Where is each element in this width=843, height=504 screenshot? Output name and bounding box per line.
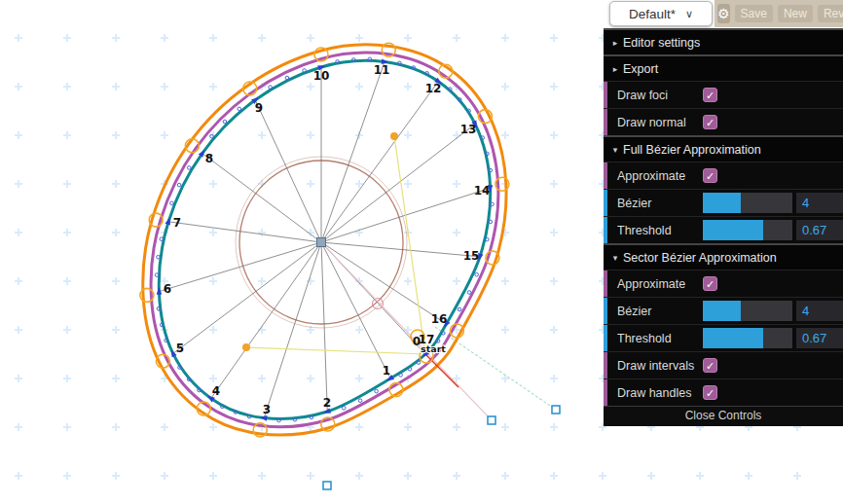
slider-track[interactable] [703, 193, 792, 213]
checkbox-checked[interactable]: ✓ [703, 358, 717, 373]
checkbox-checked[interactable]: ✓ [703, 276, 717, 291]
row-draw-normal: Draw normal✓ [604, 108, 843, 135]
bezier-anchor-dot [475, 272, 479, 276]
slider-value[interactable]: 4 [796, 301, 843, 321]
toolbar-actions: ⚙ Save New Revert [715, 0, 843, 27]
row-draw-handles: Draw handles✓ [604, 378, 843, 406]
gear-icon[interactable]: ⚙ [717, 4, 730, 23]
row-accent [604, 190, 607, 216]
focus-line [394, 136, 425, 354]
row-accent [604, 82, 607, 108]
row-label: Draw intervals [617, 359, 703, 373]
focus-dot [242, 343, 250, 351]
axis-line [321, 242, 492, 420]
triangle-down-icon: ▾ [609, 253, 621, 263]
sector-number: 16 [431, 312, 448, 326]
row-threshold: Threshold0.67 [604, 324, 843, 351]
bezier-anchor-dot [458, 307, 461, 311]
sector-number: 3 [263, 403, 271, 416]
section-header-export[interactable]: ▸Export [604, 54, 843, 81]
bezier-anchor-dot [223, 120, 227, 124]
bezier-anchor-dot [375, 389, 379, 393]
focus-line [246, 347, 425, 354]
center-handle[interactable] [317, 238, 326, 247]
section-title: Editor settings [623, 36, 700, 50]
chevron-down-icon: ∨ [685, 8, 693, 20]
sector-number: 9 [255, 101, 263, 115]
checkbox-checked[interactable]: ✓ [703, 168, 717, 183]
focus-dot [390, 132, 398, 140]
row-label: Bézier [617, 197, 703, 210]
sector-number: 15 [463, 249, 480, 263]
preset-name: Default* [629, 7, 676, 21]
sector-number: 1 [383, 364, 390, 378]
controls-panel: Default* ∨ ⚙ Save New Revert ▸Editor set… [604, 0, 843, 426]
sector-number: 11 [374, 63, 390, 77]
preset-dropdown[interactable]: Default* ∨ [609, 1, 713, 26]
bezier-anchor-dot [467, 291, 471, 295]
checkbox-checked[interactable]: ✓ [703, 115, 717, 129]
save-button[interactable]: Save [735, 5, 773, 22]
row-accent [604, 217, 607, 243]
slider-value[interactable]: 0.67 [796, 220, 843, 240]
direction-arrow-icon [165, 218, 170, 226]
slider-fill [703, 193, 741, 213]
row-accent [604, 325, 607, 351]
section-header-full-b-zier-approximation[interactable]: ▾Full Bézier Approximation [604, 135, 843, 162]
row-label: Bézier [617, 305, 703, 318]
bezier-anchor-dot [187, 166, 191, 170]
row-approximate: Approximate✓ [604, 162, 843, 189]
row-accent [604, 270, 607, 297]
row-label: Draw normal [617, 116, 703, 129]
drag-handle[interactable] [323, 482, 331, 489]
row-label: Draw handles [617, 386, 703, 400]
slider-track[interactable] [703, 301, 792, 321]
row-approximate: Approximate✓ [604, 270, 843, 297]
sector-number: 12 [425, 82, 442, 95]
row-threshold: Threshold0.67 [604, 216, 843, 243]
section-title: Full Bézier Approximation [623, 143, 761, 157]
section-title: Export [623, 62, 658, 76]
row-b-zier: Bézier4 [604, 297, 843, 324]
row-label: Draw foci [617, 89, 703, 102]
row-label: Threshold [617, 224, 703, 237]
row-b-zier: Bézier4 [604, 189, 843, 216]
slider-value[interactable]: 0.67 [796, 328, 843, 348]
row-accent [604, 162, 607, 189]
tangent-handle-line [435, 327, 556, 410]
checkbox-checked[interactable]: ✓ [703, 88, 717, 102]
sector-number: 14 [474, 184, 491, 198]
section-header-editor-settings[interactable]: ▸Editor settings [604, 28, 843, 54]
slider-track[interactable] [703, 220, 792, 240]
close-controls-button[interactable]: Close Controls [604, 406, 843, 426]
bezier-anchor-dot [170, 201, 174, 205]
row-accent [604, 109, 607, 135]
toolbar: Default* ∨ ⚙ Save New Revert [604, 0, 843, 28]
panel-sections: ▸Editor settings▸ExportDraw foci✓Draw no… [604, 28, 843, 406]
slider-fill [703, 220, 763, 240]
start-label: start [421, 343, 446, 354]
row-accent [604, 298, 607, 324]
drag-handle[interactable] [552, 406, 560, 414]
slider-fill [703, 301, 741, 321]
triangle-down-icon: ▾ [609, 145, 621, 155]
sector-number: 7 [173, 216, 181, 230]
triangle-right-icon: ▸ [609, 38, 621, 48]
bezier-anchor-dot [358, 399, 362, 403]
row-label: Threshold [617, 332, 703, 345]
bezier-anchor-dot [177, 183, 181, 187]
sector-number: 2 [323, 396, 331, 410]
sector-number: 5 [176, 342, 184, 355]
slider-value[interactable]: 4 [796, 193, 843, 213]
row-draw-intervals: Draw intervals✓ [604, 351, 843, 378]
bezier-anchor-dot [342, 407, 346, 411]
sector-number: 13 [460, 123, 477, 136]
new-button[interactable]: New [778, 5, 813, 22]
bezier-anchor-dot [238, 107, 241, 111]
sector-number: 10 [313, 69, 330, 83]
section-header-sector-b-zier-approximation[interactable]: ▾Sector Bézier Approximation [604, 243, 843, 270]
revert-button[interactable]: Revert [818, 5, 843, 22]
drag-handle[interactable] [488, 416, 495, 424]
checkbox-checked[interactable]: ✓ [703, 385, 717, 400]
slider-track[interactable] [703, 328, 792, 348]
